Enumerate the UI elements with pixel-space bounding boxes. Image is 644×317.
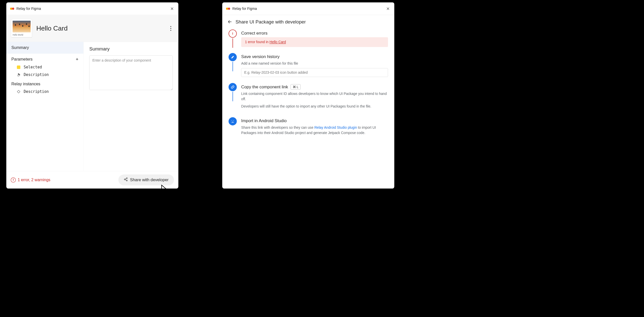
relay-logo-icon — [10, 8, 14, 10]
step-correct-errors: Correct errors 1 error found in Hello Ca… — [229, 30, 388, 52]
gesture-icon — [16, 73, 21, 77]
link-step-icon — [229, 83, 237, 91]
step-title: Correct errors — [241, 31, 388, 36]
page-title: Share UI Package with developer — [236, 19, 306, 24]
timeline: Correct errors 1 error found in Hello Ca… — [222, 29, 394, 150]
step-title: Import in Android Studio — [241, 118, 388, 123]
titlebar: Relay for Figma — [6, 2, 178, 15]
tab-summary[interactable]: Summary — [6, 42, 84, 54]
component-header: Hello World Hello Card — [6, 15, 178, 42]
edit-step-icon — [229, 53, 237, 61]
footer: ! 1 error, 2 warnings Share with develop… — [6, 171, 178, 189]
step-subtitle: Share this link with developers so they … — [241, 125, 388, 135]
summary-heading: Summary — [89, 46, 173, 51]
svg-point-1 — [126, 178, 127, 179]
svg-point-2 — [124, 179, 125, 180]
error-link[interactable]: Hello Card — [269, 40, 286, 44]
keyboard-shortcut: ⌘ L — [291, 84, 301, 90]
body: Summary Parameters + Selected Descriptio… — [6, 42, 178, 171]
error-icon: ! — [11, 177, 16, 182]
param-description[interactable]: Description — [6, 71, 84, 78]
version-name-input[interactable] — [241, 68, 388, 77]
main-column: Summary — [84, 42, 178, 171]
svg-point-3 — [126, 180, 127, 181]
param-selected[interactable]: Selected — [6, 63, 84, 71]
relay-editor-panel: Relay for Figma Hello World Hello Card S… — [6, 2, 178, 189]
add-parameter-icon[interactable]: + — [76, 57, 79, 62]
close-icon[interactable] — [169, 6, 175, 11]
titlebar: Relay for Figma — [222, 2, 394, 15]
error-step-icon — [229, 30, 237, 38]
error-banner[interactable]: 1 error found in Hello Card — [241, 37, 388, 47]
thumbnail-label: Hello World — [13, 34, 31, 36]
step-copy-link: Copy the component link ⌘ L Link contain… — [229, 83, 388, 116]
svg-point-4 — [232, 34, 233, 35]
svg-point-5 — [232, 122, 232, 122]
parameters-heading: Parameters + — [6, 54, 84, 64]
back-icon[interactable] — [227, 19, 232, 24]
step-title: Save version history — [241, 54, 388, 59]
share-panel: Relay for Figma Share UI Package with de… — [222, 2, 394, 189]
step-subtitle: Link containing component ID allows deve… — [241, 91, 388, 101]
plugin-link[interactable]: Relay Android Studio plugin — [314, 126, 357, 130]
close-icon[interactable] — [385, 6, 390, 11]
svg-rect-0 — [17, 90, 20, 93]
app-title: Relay for Figma — [232, 7, 257, 11]
instances-heading: Relay instances — [6, 78, 84, 88]
android-step-icon — [229, 117, 237, 125]
app-title: Relay for Figma — [16, 7, 41, 11]
share-with-developer-button[interactable]: Share with developer — [118, 174, 174, 185]
sidebar: Summary Parameters + Selected Descriptio… — [6, 42, 84, 171]
component-title: Hello Card — [36, 24, 164, 32]
svg-point-6 — [233, 122, 233, 122]
more-menu-icon[interactable] — [168, 26, 173, 31]
step-subtitle: Add a new named version for this file — [241, 61, 388, 66]
relay-logo-icon — [226, 8, 230, 10]
share-icon — [124, 177, 128, 183]
error-summary[interactable]: ! 1 error, 2 warnings — [11, 177, 51, 182]
step-title: Copy the component link ⌘ L — [241, 84, 388, 90]
step-subtitle: Developers will still have the option to… — [241, 104, 388, 109]
description-input[interactable] — [89, 55, 173, 90]
component-thumbnail: Hello World — [11, 19, 32, 37]
diamond-icon — [16, 89, 21, 94]
warning-icon — [16, 65, 21, 70]
instance-description[interactable]: Description — [6, 88, 84, 95]
step-version-history: Save version history Add a new named ver… — [229, 53, 388, 82]
subheader: Share UI Package with developer — [222, 15, 394, 29]
step-import-android: Import in Android Studio Share this link… — [229, 117, 388, 142]
